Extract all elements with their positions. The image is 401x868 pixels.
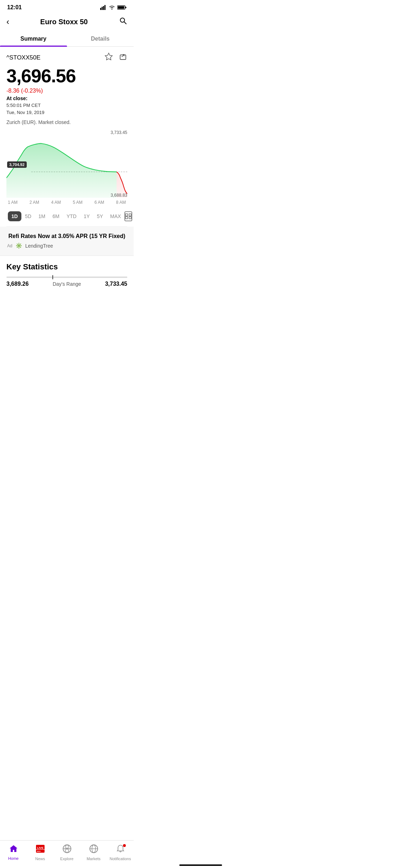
chart-opening-label: 3,704.92 bbox=[7, 161, 27, 168]
header: ‹ Euro Stoxx 50 bbox=[0, 14, 134, 31]
svg-rect-6 bbox=[118, 6, 124, 9]
close-time: 5:50:01 PM CET Tue, Nov 19, 2019 bbox=[6, 102, 127, 116]
svg-rect-12 bbox=[129, 214, 131, 216]
time-6am: 6 AM bbox=[94, 200, 104, 205]
wifi-icon bbox=[109, 5, 115, 10]
period-max[interactable]: MAX bbox=[107, 211, 124, 221]
svg-rect-13 bbox=[125, 217, 128, 219]
time-4am: 4 AM bbox=[51, 200, 61, 205]
ticker-symbol: ^STOXX50E bbox=[6, 54, 41, 61]
search-button[interactable] bbox=[119, 16, 127, 27]
time-8am: 8 AM bbox=[116, 200, 126, 205]
expand-icon bbox=[125, 213, 132, 219]
ad-badge: Ad bbox=[7, 243, 12, 248]
time-axis: 1 AM 2 AM 4 AM 5 AM 6 AM 8 AM bbox=[6, 198, 127, 208]
period-6m[interactable]: 6M bbox=[49, 211, 63, 221]
svg-rect-1 bbox=[102, 7, 103, 10]
period-1y[interactable]: 1Y bbox=[80, 211, 93, 221]
time-5am: 5 AM bbox=[73, 200, 82, 205]
status-bar: 12:01 bbox=[0, 0, 134, 14]
period-1d[interactable]: 1D bbox=[8, 211, 21, 221]
ad-section[interactable]: Refi Rates Now at 3.05% APR (15 YR Fixed… bbox=[0, 227, 134, 256]
chart-high-label: 3,733.45 bbox=[110, 130, 127, 135]
time-2am: 2 AM bbox=[30, 200, 39, 205]
ad-meta: Ad ✳️ LendingTree bbox=[0, 242, 134, 249]
ticker-row: ^STOXX50E bbox=[6, 52, 127, 63]
ad-icon: ✳️ bbox=[15, 242, 22, 249]
svg-line-9 bbox=[124, 22, 126, 24]
chart-low-label: 3,688.83 bbox=[110, 193, 127, 198]
ad-brand: LendingTree bbox=[25, 243, 53, 249]
expand-chart-button[interactable] bbox=[124, 211, 132, 221]
stock-content: ^STOXX50E 3,696.56 -8.36 (-0.23%) At clo… bbox=[0, 47, 134, 227]
period-ytd[interactable]: YTD bbox=[63, 211, 80, 221]
range-high: 3,733.45 bbox=[105, 281, 127, 287]
signal-icon bbox=[100, 5, 107, 10]
share-button[interactable] bbox=[119, 52, 127, 63]
period-5y[interactable]: 5Y bbox=[93, 211, 107, 221]
back-button[interactable]: ‹ bbox=[6, 17, 9, 27]
range-bar-fill bbox=[52, 277, 127, 278]
battery-icon bbox=[117, 5, 127, 10]
ticker-actions bbox=[104, 52, 127, 63]
close-label: At close: bbox=[6, 95, 127, 101]
tabs: Summary Details bbox=[0, 31, 134, 47]
svg-rect-0 bbox=[100, 8, 101, 10]
share-icon bbox=[119, 52, 127, 61]
range-labels: 3,689.26 Day's Range 3,733.45 bbox=[6, 281, 127, 287]
star-icon bbox=[104, 52, 113, 61]
period-1m[interactable]: 1M bbox=[35, 211, 49, 221]
svg-rect-14 bbox=[129, 217, 131, 219]
market-status: Zurich (EUR). Market closed. bbox=[6, 119, 127, 125]
page-title: Euro Stoxx 50 bbox=[40, 18, 88, 26]
status-time: 12:01 bbox=[7, 4, 22, 11]
svg-rect-11 bbox=[125, 214, 128, 216]
stock-chart: 3,733.45 3,704.92 bbox=[6, 130, 127, 198]
tab-summary[interactable]: Summary bbox=[0, 31, 67, 46]
status-icons bbox=[100, 5, 127, 10]
period-selector: 1D 5D 1M 6M YTD 1Y 5Y MAX bbox=[6, 208, 127, 227]
range-indicator bbox=[52, 275, 53, 279]
svg-rect-2 bbox=[103, 6, 104, 10]
time-1am: 1 AM bbox=[8, 200, 17, 205]
key-stats-section: Key Statistics 3,689.26 Day's Range 3,73… bbox=[0, 262, 134, 287]
close-date-text: Tue, Nov 19, 2019 bbox=[6, 110, 44, 115]
range-bar bbox=[6, 277, 127, 278]
close-time-text: 5:50:01 PM CET bbox=[6, 103, 41, 108]
period-5d[interactable]: 5D bbox=[21, 211, 35, 221]
key-stats-title: Key Statistics bbox=[6, 262, 127, 272]
ad-title: Refi Rates Now at 3.05% APR (15 YR Fixed… bbox=[0, 233, 134, 239]
svg-rect-3 bbox=[104, 5, 106, 10]
tab-details[interactable]: Details bbox=[67, 31, 134, 46]
price-change: -8.36 (-0.23%) bbox=[6, 88, 127, 94]
svg-rect-7 bbox=[125, 7, 127, 8]
watchlist-button[interactable] bbox=[104, 52, 113, 63]
range-section: 3,689.26 Day's Range 3,733.45 bbox=[6, 277, 127, 287]
svg-point-4 bbox=[112, 9, 113, 10]
range-label: Day's Range bbox=[53, 281, 81, 287]
stock-price: 3,696.56 bbox=[6, 66, 127, 86]
range-low: 3,689.26 bbox=[6, 281, 29, 287]
search-icon bbox=[119, 16, 127, 25]
